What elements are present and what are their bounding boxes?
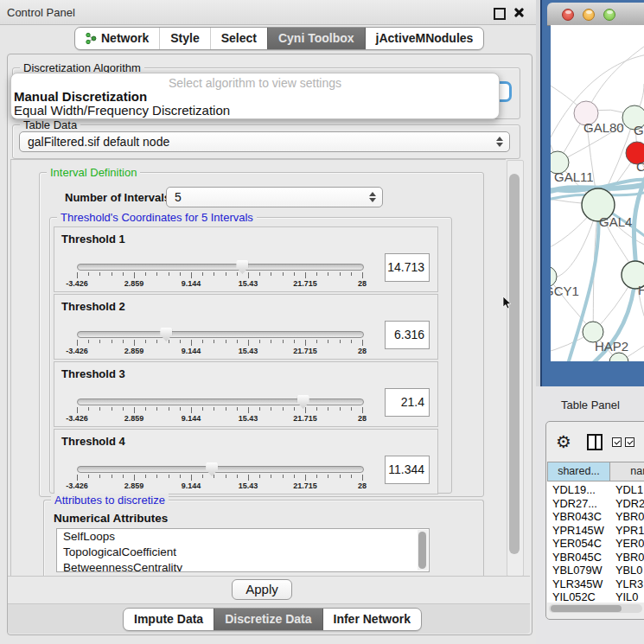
slider-axis-labels: -3.4262.8599.14415.4321.71528	[77, 414, 362, 424]
slider-tick-marks	[77, 407, 362, 414]
scrollbar-thumb[interactable]	[551, 605, 622, 612]
node-label: HAP2	[595, 339, 628, 354]
tab-cyni-toolbox[interactable]: Cyni Toolbox	[267, 28, 365, 49]
threshold-2-slider[interactable]	[77, 331, 364, 338]
node-label: GAL11	[554, 169, 594, 184]
apply-button[interactable]: Apply	[232, 579, 292, 600]
columns-icon[interactable]	[587, 434, 603, 450]
table-data-combobox[interactable]: galFiltered.sif default node	[19, 131, 510, 152]
thresholds-group: Threshold's Coordinates for 5 Intervals …	[49, 217, 452, 494]
close-traffic-light-icon[interactable]	[562, 9, 574, 21]
gear-icon[interactable]: ⚙	[556, 432, 571, 451]
checkbox-icon[interactable]	[612, 437, 622, 447]
list-item[interactable]: BetweennessCentrality	[57, 560, 429, 572]
tab-jactivemnodules[interactable]: jActiveMNodules	[365, 28, 484, 49]
minimize-traffic-light-icon[interactable]	[583, 9, 595, 21]
list-item[interactable]: TopologicalCoefficient	[57, 545, 429, 560]
dropdown-option-equal-width-frequency[interactable]: Equal Width/Frequency Discretization	[11, 104, 499, 118]
node-table: shared... name YDL19...YDL1 YDR27...YDR2…	[547, 462, 644, 603]
checkbox-icon[interactable]	[625, 437, 634, 447]
threshold-3-value-field[interactable]: 21.4	[385, 388, 430, 417]
threshold-4-panel: Threshold 4 -3.4262.8599.14415.4321.7152…	[54, 429, 438, 494]
slider-tick-marks	[77, 340, 362, 347]
table-row[interactable]: YBR043CYBR0	[547, 510, 644, 524]
node-label: GCY1	[551, 284, 579, 298]
threshold-1-label: Threshold 1	[61, 233, 125, 245]
table-horizontal-scrollbar[interactable]	[549, 604, 642, 613]
table-row[interactable]: YBL079WYBL0	[547, 564, 644, 577]
table-row[interactable]: YDL19...YDL1	[547, 483, 644, 497]
slider-axis-labels: -3.4262.8599.14415.4321.71528	[77, 481, 362, 491]
tab-infer-network[interactable]: Infer Network	[322, 609, 421, 630]
threshold-1-value-field[interactable]: 14.713	[385, 253, 430, 282]
table-row[interactable]: YBR045CYBR0	[547, 551, 644, 564]
threshold-4-value-field[interactable]: 11.344	[385, 456, 430, 484]
slider-axis-labels: -3.4262.8599.14415.4321.71528	[77, 347, 362, 356]
control-panel-titlebar: Control Panel	[0, 0, 536, 25]
threshold-4-slider[interactable]	[77, 466, 364, 473]
network-canvas[interactable]: GAL80GCGAL11GAL4GCY1HHAP2	[551, 25, 644, 361]
table-row[interactable]: YIL052CYIL0	[547, 590, 644, 603]
table-row[interactable]: YPR145WYPR1	[547, 524, 644, 538]
stepper-arrows-icon	[369, 192, 376, 202]
threshold-2-value-field[interactable]: 6.316	[385, 321, 430, 349]
dropdown-option-manual-discretization[interactable]: Manual Discretization	[11, 90, 499, 104]
settings-scrollbar[interactable]	[507, 160, 524, 577]
slider-tick-marks	[77, 475, 362, 481]
tab-impute-data[interactable]: Impute Data	[124, 609, 214, 630]
threshold-1-slider[interactable]	[77, 264, 364, 271]
attributes-group-title: Attributes to discretize	[51, 494, 169, 507]
node-label: H	[638, 283, 644, 297]
tab-style[interactable]: Style	[159, 28, 209, 49]
node-label: GAL4	[599, 214, 632, 229]
network-window-titlebar	[547, 3, 644, 26]
algorithm-dropdown-popup: Select algorithm to view settings Manual…	[10, 73, 500, 119]
number-of-intervals-label: Number of Intervals	[65, 191, 170, 204]
threshold-3-label: Threshold 3	[61, 367, 125, 380]
node-label: G	[634, 123, 644, 137]
control-panel-window: Control Panel Network Style Select Cyni …	[0, 0, 536, 644]
dropdown-prompt-option[interactable]: Select algorithm to view settings	[11, 76, 499, 90]
stepper-arrows-icon	[496, 137, 503, 147]
mouse-cursor	[502, 296, 512, 309]
list-item[interactable]: SelfLoops	[57, 529, 429, 545]
threshold-4-label: Threshold 4	[61, 435, 125, 448]
control-panel-title: Control Panel	[7, 6, 75, 19]
thresholds-group-title: Threshold's Coordinates for 5 Intervals	[57, 211, 257, 224]
number-of-intervals-value: 5	[167, 190, 182, 204]
tab-discretize-data[interactable]: Discretize Data	[214, 609, 322, 630]
table-data-group-title: Table Data	[20, 118, 80, 131]
scrollbar-thumb[interactable]	[509, 174, 520, 554]
control-panel-tabs: Network Style Select Cyni Toolbox jActiv…	[74, 27, 484, 50]
interval-definition-title: Interval Definition	[47, 166, 140, 179]
number-of-intervals-combobox[interactable]: 5	[166, 187, 383, 207]
threshold-3-slider[interactable]	[77, 399, 364, 405]
list-scrollbar[interactable]	[418, 530, 428, 571]
tab-network[interactable]: Network	[75, 28, 159, 49]
slider-tick-marks	[77, 272, 362, 279]
numerical-attributes-label: Numerical Attributes	[54, 512, 168, 525]
table-row[interactable]: YER054CYER0	[547, 537, 644, 551]
table-panel-title: Table Panel	[561, 399, 620, 411]
threshold-2-panel: Threshold 2 -3.4262.8599.14415.4321.7152…	[54, 294, 438, 360]
table-data-value: galFiltered.sif default node	[20, 135, 169, 149]
table-row[interactable]: YDR27...YDR2	[547, 497, 644, 511]
desktop: Control Panel Network Style Select Cyni …	[0, 0, 644, 644]
network-icon	[86, 32, 97, 45]
bottom-tabs: Impute Data Discretize Data Infer Networ…	[123, 608, 422, 631]
network-node[interactable]	[609, 353, 628, 361]
column-header-shared-name[interactable]: shared...	[547, 462, 610, 481]
zoom-traffic-light-icon[interactable]	[603, 9, 615, 21]
close-icon[interactable]	[513, 7, 525, 18]
numerical-attributes-list[interactable]: SelfLoops TopologicalCoefficient Between…	[56, 528, 430, 572]
network-svg: GAL80GCGAL11GAL4GCY1HHAP2	[551, 25, 644, 361]
node-label: C	[636, 159, 644, 174]
threshold-2-label: Threshold 2	[61, 300, 125, 313]
threshold-1-panel: Threshold 1 -3.4262.8599.14415.4321.7152…	[54, 226, 438, 292]
tab-select[interactable]: Select	[210, 28, 267, 49]
threshold-3-panel: Threshold 3 -3.4262.8599.14415.4321.7152…	[54, 361, 438, 427]
slider-axis-labels: -3.4262.8599.14415.4321.71528	[77, 279, 362, 289]
table-row[interactable]: YLR345WYLR3	[547, 577, 644, 591]
float-window-icon[interactable]	[494, 8, 506, 20]
column-header-name[interactable]: name	[609, 462, 644, 481]
